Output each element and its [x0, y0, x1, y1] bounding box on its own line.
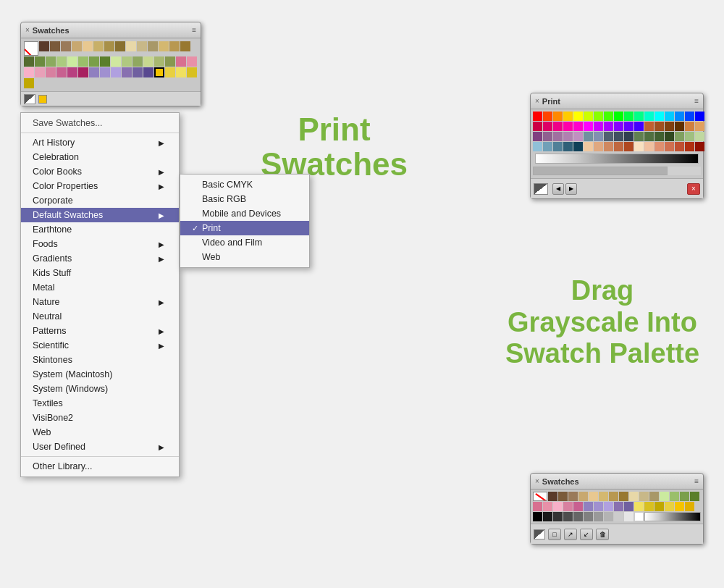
swatch-2[interactable] — [639, 492, 649, 501]
print-swatch[interactable] — [634, 122, 644, 131]
swatch-selected[interactable] — [154, 67, 164, 77]
print-swatch[interactable] — [533, 132, 542, 141]
print-swatch[interactable] — [543, 122, 552, 131]
print-swatch[interactable] — [573, 112, 583, 121]
print-panel-close[interactable]: × — [535, 97, 539, 105]
menu-item-scientific[interactable]: Scientific ▶ — [21, 338, 179, 353]
swatch-2[interactable] — [543, 502, 552, 511]
print-panel-menu-icon[interactable]: ≡ — [694, 97, 699, 105]
submenu-item-web[interactable]: Web — [180, 250, 309, 264]
swatch-2[interactable] — [614, 512, 623, 521]
submenu-item-basic-rgb[interactable]: Basic RGB — [180, 192, 309, 206]
print-swatch[interactable] — [614, 122, 623, 131]
swatch-cell[interactable] — [143, 67, 153, 77]
print-swatch[interactable] — [624, 122, 634, 131]
swatch-cell[interactable] — [159, 41, 169, 51]
print-swatch[interactable] — [685, 132, 694, 141]
swatch-2[interactable] — [614, 502, 623, 511]
menu-item-system-mac[interactable]: System (Macintosh) — [21, 367, 179, 382]
swatch-2[interactable] — [543, 512, 552, 521]
swatch-2[interactable] — [675, 502, 684, 511]
swatch-2[interactable] — [594, 502, 603, 511]
print-swatch[interactable] — [604, 142, 613, 151]
swatch-2[interactable] — [609, 492, 618, 501]
print-swatch[interactable] — [563, 122, 573, 131]
print-swatch[interactable] — [604, 112, 613, 121]
print-swatch[interactable] — [543, 142, 552, 151]
print-swatch[interactable] — [573, 132, 583, 141]
swatch-2[interactable] — [578, 492, 588, 501]
menu-item-patterns[interactable]: Patterns ▶ — [21, 324, 179, 338]
none-swatch[interactable] — [24, 41, 38, 56]
footer-btn-load[interactable]: ↗ — [564, 529, 577, 540]
swatch-cell[interactable] — [46, 67, 56, 77]
swatch-cell[interactable] — [56, 56, 67, 67]
print-swatch[interactable] — [695, 132, 704, 141]
swatch-cell[interactable] — [67, 56, 77, 67]
print-swatch[interactable] — [573, 122, 583, 131]
menu-item-nature[interactable]: Nature ▶ — [21, 295, 179, 309]
swatch-2[interactable] — [594, 512, 603, 521]
print-swatch[interactable] — [654, 142, 664, 151]
foreground-bg-swatch-icon[interactable] — [534, 529, 545, 539]
menu-item-corporate[interactable]: Corporate — [21, 193, 179, 208]
swatch-cell[interactable] — [35, 56, 45, 67]
nav-prev-button[interactable]: ◀ — [552, 183, 564, 195]
print-swatch[interactable] — [634, 142, 644, 151]
footer-btn-new[interactable]: □ — [548, 529, 561, 540]
swatch-2[interactable] — [619, 492, 628, 501]
print-swatch[interactable] — [665, 132, 674, 141]
menu-item-user-defined[interactable]: User Defined ▶ — [21, 440, 179, 454]
swatch-2[interactable] — [629, 492, 639, 501]
menu-item-neutral[interactable]: Neutral — [21, 309, 179, 324]
print-swatch[interactable] — [533, 112, 542, 121]
print-swatch[interactable] — [624, 132, 634, 141]
grayscale-input-bar[interactable] — [644, 512, 701, 521]
print-swatch[interactable] — [604, 122, 613, 131]
menu-item-web[interactable]: Web — [21, 425, 179, 440]
swatch-2[interactable] — [604, 502, 613, 511]
swatch-cell[interactable] — [154, 56, 164, 67]
menu-item-metal[interactable]: Metal — [21, 280, 179, 295]
swatch-cell[interactable] — [35, 67, 45, 77]
menu-item-color-properties[interactable]: Color Properties ▶ — [21, 179, 179, 193]
print-swatch[interactable] — [665, 142, 674, 151]
print-swatch[interactable] — [553, 122, 563, 131]
swatch-cell[interactable] — [78, 67, 88, 77]
swatch-2[interactable] — [533, 502, 542, 511]
delete-button[interactable]: × — [687, 183, 700, 195]
swatch-cell[interactable] — [187, 67, 197, 77]
swatch-2[interactable] — [644, 502, 654, 511]
swatch-cell[interactable] — [122, 56, 132, 67]
swatch-cell[interactable] — [46, 56, 56, 67]
swatch-cell[interactable] — [132, 67, 143, 77]
swatch-2[interactable] — [634, 512, 644, 521]
swatch-2[interactable] — [573, 502, 583, 511]
swatch-2[interactable] — [548, 492, 557, 501]
swatch-2[interactable] — [589, 492, 598, 501]
swatch-cell[interactable] — [24, 67, 34, 77]
swatch-2[interactable] — [654, 502, 664, 511]
print-swatch[interactable] — [573, 142, 583, 151]
print-swatch[interactable] — [685, 122, 694, 131]
swatch-cell[interactable] — [72, 41, 82, 51]
submenu-item-print[interactable]: ✓ Print — [180, 221, 309, 235]
swatch-cell[interactable] — [143, 56, 153, 67]
print-swatch[interactable] — [594, 112, 603, 121]
swatch-2[interactable] — [660, 492, 669, 501]
menu-item-skintones[interactable]: Skintones — [21, 353, 179, 367]
submenu-item-video-film[interactable]: Video and Film — [180, 235, 309, 250]
menu-item-earthtone[interactable]: Earthtone — [21, 222, 179, 237]
swatch-cell[interactable] — [176, 56, 186, 67]
print-swatch[interactable] — [533, 142, 542, 151]
submenu-item-mobile-devices[interactable]: Mobile and Devices — [180, 206, 309, 221]
menu-item-art-history[interactable]: Art History ▶ — [21, 135, 179, 150]
swatch-2[interactable] — [665, 502, 674, 511]
menu-item-system-win[interactable]: System (Windows) — [21, 382, 179, 396]
swatch-2[interactable] — [553, 502, 563, 511]
swatch-2[interactable] — [558, 492, 568, 501]
print-swatch[interactable] — [634, 132, 644, 141]
print-swatch[interactable] — [563, 112, 573, 121]
swatch-2[interactable] — [624, 512, 634, 521]
swatch-cell[interactable] — [78, 56, 88, 67]
